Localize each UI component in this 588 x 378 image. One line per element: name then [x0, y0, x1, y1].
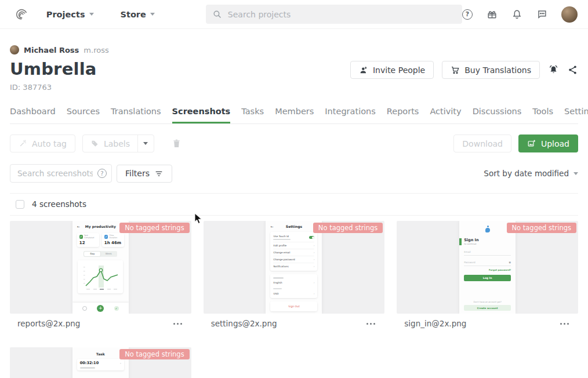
screenshot-filename[interactable]: settings@2x.png	[211, 319, 277, 328]
search-projects-input[interactable]	[206, 5, 462, 24]
project-title-row: Umbrella Invite People Buy Translations	[10, 59, 578, 79]
tab-dashboard[interactable]: Dashboard	[10, 107, 56, 123]
filter-lines-icon	[154, 169, 164, 178]
nav-projects[interactable]: Projects	[46, 10, 94, 19]
buy-translations-button[interactable]: Buy Translations	[442, 61, 540, 79]
screenshot-thumbnail[interactable]: No tagged strings Sign In to continue Em…	[397, 221, 578, 314]
notifications-bell-icon[interactable]	[511, 9, 522, 20]
tab-tasks[interactable]: Tasks	[241, 107, 264, 123]
user-avatar[interactable]	[561, 6, 578, 23]
screenshot-card-signin: No tagged strings Sign In to continue Em…	[397, 221, 578, 328]
select-all-checkbox[interactable]	[16, 200, 24, 209]
upload-label: Upload	[541, 139, 569, 148]
auto-tag-button[interactable]: Auto tag	[10, 135, 75, 152]
nav-store[interactable]: Store	[121, 10, 155, 19]
tab-settings[interactable]: Settings	[564, 107, 588, 123]
search-help-icon[interactable]: ?	[97, 169, 107, 178]
project-actions: Invite People Buy Translations	[350, 61, 578, 79]
status-badge: No tagged strings	[313, 223, 383, 233]
screenshots-search: ?	[10, 164, 112, 183]
owner-name[interactable]: Michael Ross	[24, 46, 79, 54]
nav-store-label: Store	[121, 10, 146, 19]
tab-tools[interactable]: Tools	[532, 107, 553, 123]
tab-translations[interactable]: Translations	[111, 107, 161, 123]
messages-icon[interactable]	[536, 9, 547, 20]
screenshot-thumbnail[interactable]: No tagged strings ← My productivity ✓ Ta…	[10, 221, 191, 314]
labels-dropdown-button[interactable]	[138, 135, 154, 152]
tab-screenshots[interactable]: Screenshots	[172, 107, 231, 123]
screenshot-thumbnail[interactable]: No tagged strings ← Settings Use Touch I…	[204, 221, 385, 314]
preview-title: ← My productivity	[77, 224, 124, 228]
help-icon[interactable]: ?	[462, 9, 473, 20]
tag-icon	[90, 139, 99, 148]
projects-search	[206, 5, 462, 24]
page-title: Umbrella	[10, 59, 97, 79]
screenshots-count: 4 screenshots	[32, 199, 86, 209]
clock-icon: ✓	[104, 235, 108, 239]
watch-bell-icon[interactable]	[548, 64, 559, 75]
screenshot-filename[interactable]: reports@2x.png	[17, 319, 80, 328]
plus-icon: +	[97, 305, 104, 312]
download-label: Download	[462, 139, 503, 148]
preview-toggle: Day Week	[84, 251, 117, 257]
page-content: Michael Ross m.ross Umbrella Invite Peop…	[0, 45, 588, 378]
owner-avatar[interactable]	[10, 45, 19, 54]
status-badge: No tagged strings	[507, 223, 576, 233]
delete-icon[interactable]	[172, 139, 182, 148]
tab-reports[interactable]: Reports	[387, 107, 419, 123]
top-nav: Projects Store ?	[0, 0, 588, 29]
toggle-on-icon	[309, 236, 314, 239]
screenshot-thumbnail[interactable]: No tagged strings Task ⋯ 00:32:10 ›	[10, 347, 191, 378]
back-arrow-icon: ←	[270, 224, 273, 228]
sort-dropdown[interactable]: Sort by date modified	[484, 169, 578, 178]
card-menu-button[interactable]	[365, 321, 376, 327]
selection-row: 4 screenshots	[10, 194, 578, 216]
screenshot-card-settings: No tagged strings ← Settings Use Touch I…	[204, 221, 385, 328]
cart-icon	[451, 66, 460, 75]
tab-members[interactable]: Members	[275, 107, 314, 123]
auto-tag-label: Auto tag	[32, 139, 67, 148]
nav-projects-label: Projects	[46, 10, 85, 19]
nav-right-icons: ?	[462, 6, 578, 23]
app-logo-icon[interactable]	[14, 7, 29, 22]
preview-title: ← Settings	[270, 224, 317, 228]
owner-username: m.ross	[84, 46, 108, 54]
tab-sources[interactable]: Sources	[67, 107, 100, 123]
preview-reports: ← My productivity ✓ Task Completed 12	[72, 221, 129, 314]
preview-chart	[78, 260, 123, 293]
upload-button[interactable]: Upload	[518, 135, 578, 152]
screenshot-card-task: No tagged strings Task ⋯ 00:32:10 ›	[10, 347, 191, 378]
search-screenshots-input[interactable]	[10, 164, 112, 183]
invite-people-label: Invite People	[373, 66, 425, 75]
card-menu-button[interactable]	[559, 321, 570, 327]
tab-activity[interactable]: Activity	[430, 107, 461, 123]
check-icon: ✓	[79, 235, 83, 239]
download-button[interactable]: Download	[453, 135, 511, 152]
back-arrow-icon: ←	[77, 224, 80, 228]
labels-button[interactable]: Labels	[83, 135, 138, 152]
preview-title: Task ⋯	[77, 352, 124, 356]
chevron-down-icon	[143, 142, 148, 145]
card-menu-button[interactable]	[172, 321, 183, 327]
clock-icon	[82, 306, 87, 311]
screenshot-filename[interactable]: sign_in@2x.png	[404, 319, 466, 328]
screenshots-grid: No tagged strings ← My productivity ✓ Ta…	[10, 221, 578, 378]
tab-integrations[interactable]: Integrations	[325, 107, 375, 123]
filters-button[interactable]: Filters	[117, 165, 172, 183]
card-footer: sign_in@2x.png	[397, 314, 578, 328]
status-badge: No tagged strings	[119, 223, 189, 233]
project-tabs: Dashboard Sources Translations Screensho…	[10, 107, 578, 124]
invite-people-button[interactable]: Invite People	[350, 61, 434, 79]
tab-discussions[interactable]: Discussions	[473, 107, 522, 123]
chevron-down-icon	[150, 13, 155, 16]
share-icon[interactable]	[567, 64, 578, 75]
chevron-down-icon	[574, 172, 578, 175]
card-footer: reports@2x.png	[10, 314, 191, 328]
magic-wand-icon	[19, 139, 27, 148]
gift-icon[interactable]	[487, 9, 498, 20]
project-owner-row: Michael Ross m.ross	[10, 45, 578, 54]
screenshots-toolbar: Auto tag Labels Download	[10, 135, 578, 152]
person-add-icon	[359, 66, 368, 75]
filters-label: Filters	[125, 169, 150, 178]
check-icon: ✓	[114, 306, 119, 311]
